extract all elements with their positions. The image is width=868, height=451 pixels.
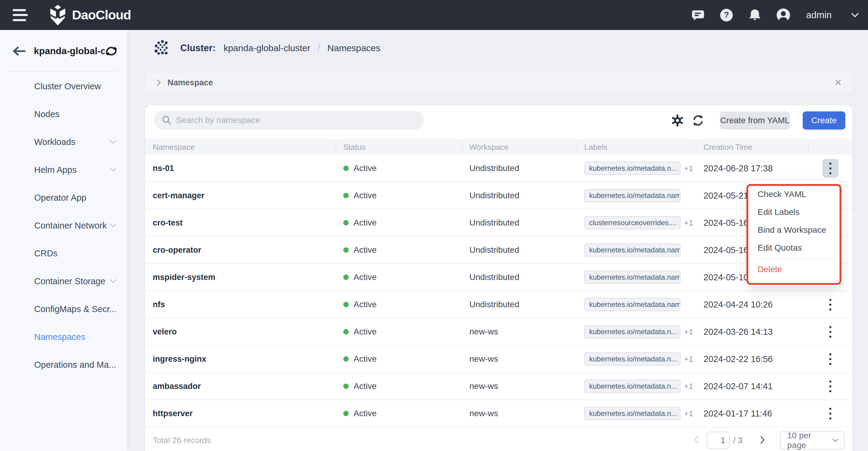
status-cell: Active <box>336 327 462 337</box>
chevron-down-icon <box>116 362 117 367</box>
user-menu-chevron-down-icon[interactable] <box>851 13 859 18</box>
label-chip[interactable]: kubernetes.io/metadata.nam... <box>584 298 681 311</box>
label-more-count: +1 <box>684 409 693 418</box>
workspace-cell: new-ws <box>462 354 577 364</box>
label-chip[interactable]: kubernetes.io/metadata.n... <box>584 379 681 393</box>
row-kebab-menu-icon[interactable] <box>822 295 839 314</box>
label-chip[interactable]: kubernetes.io/metadata.n... <box>584 407 681 420</box>
avatar[interactable] <box>776 8 790 22</box>
creation-time-cell: 2024-03-26 14:13 <box>696 327 808 337</box>
workspace-cell: new-ws <box>462 327 577 337</box>
label-chip[interactable]: clusterresourceoverrides.... <box>584 216 681 229</box>
back-arrow-icon[interactable] <box>12 46 26 56</box>
status-dot-icon <box>343 411 349 416</box>
namespace-name[interactable]: velero <box>145 327 336 337</box>
status-cell: Active <box>336 382 462 391</box>
status-dot-icon <box>343 384 349 389</box>
namespace-name[interactable]: ns-01 <box>145 164 336 173</box>
label-chip[interactable]: kubernetes.io/metadata.n... <box>584 352 681 366</box>
sidebar-item-label: Cluster Overview <box>34 81 117 91</box>
create-from-yaml-button[interactable]: Create from YAML <box>720 111 790 130</box>
sidebar-item-nodes[interactable]: Nodes <box>0 100 127 128</box>
topbar: DaoCloud ? admin <box>0 0 868 30</box>
sidebar-item-helm-apps[interactable]: Helm Apps <box>0 156 127 184</box>
banner-title: Namespace <box>167 78 213 87</box>
breadcrumb-prefix: Cluster: <box>180 43 216 54</box>
label-more-count: +1 <box>684 382 693 391</box>
actions-cell <box>808 349 852 368</box>
workspace-cell: Undistributed <box>462 164 577 173</box>
brand-name: DaoCloud <box>72 7 131 22</box>
switch-cluster-icon[interactable] <box>105 46 118 57</box>
status-text: Active <box>353 273 376 282</box>
column-header-workspace: Workspace <box>462 139 577 155</box>
column-header-namespace: Namespace <box>145 139 336 155</box>
table-row: httpserverActivenew-wskubernetes.io/meta… <box>145 400 852 427</box>
label-chip[interactable]: kubernetes.io/metadata.nam... <box>584 243 681 257</box>
label-chip[interactable]: kubernetes.io/metadata.n... <box>584 325 681 338</box>
page-number-input[interactable] <box>707 432 730 449</box>
label-more-count: +1 <box>684 218 693 228</box>
row-kebab-menu-icon[interactable] <box>822 404 839 423</box>
refresh-icon[interactable] <box>689 112 707 129</box>
sidebar-item-label: Helm Apps <box>34 165 110 175</box>
menu-item-check-yaml[interactable]: Check YAML <box>748 185 840 203</box>
breadcrumb-separator: / <box>317 43 320 53</box>
menu-item-bind-a-workspace[interactable]: Bind a Workspace <box>748 221 840 239</box>
sidebar-item-namespaces[interactable]: Namespaces <box>0 323 127 351</box>
namespace-banner[interactable]: Namespace ✕ <box>145 73 852 93</box>
card-toolbar: Create from YAML Create <box>145 105 852 139</box>
search-input[interactable] <box>176 115 416 125</box>
settings-gear-icon[interactable] <box>669 112 686 129</box>
sidebar-item-operations-and-ma[interactable]: Operations and Ma... <box>0 351 127 379</box>
actions-cell <box>808 159 852 178</box>
actions-cell <box>808 377 852 396</box>
help-icon[interactable]: ? <box>719 8 734 22</box>
banner-close-icon[interactable]: ✕ <box>834 78 842 87</box>
pagination-next-icon[interactable] <box>759 435 766 446</box>
brand-logo: DaoCloud <box>49 5 131 25</box>
namespace-name[interactable]: nfs <box>145 300 336 309</box>
label-chip[interactable]: kubernetes.io/metadata.nam... <box>584 189 681 202</box>
sidebar-item-workloads[interactable]: Workloads <box>0 128 127 156</box>
status-text: Active <box>353 191 376 200</box>
menu-toggle-icon[interactable] <box>13 9 28 21</box>
namespace-name[interactable]: ambassador <box>145 382 336 391</box>
labels-cell: kubernetes.io/metadata.n...+1 <box>577 379 696 393</box>
column-header-actions <box>808 139 852 155</box>
namespace-name[interactable]: mspider-system <box>145 273 336 282</box>
message-icon[interactable] <box>691 8 705 22</box>
menu-item-edit-quotas[interactable]: Edit Quotas <box>748 239 840 257</box>
menu-item-delete[interactable]: Delete <box>748 260 840 278</box>
sidebar-item-cluster-overview[interactable]: Cluster Overview <box>0 72 127 100</box>
row-kebab-menu-icon[interactable] <box>822 159 839 178</box>
namespace-name[interactable]: cert-manager <box>145 191 336 200</box>
row-kebab-menu-icon[interactable] <box>822 377 839 396</box>
sidebar-item-container-storage[interactable]: Container Storage <box>0 267 127 295</box>
per-page-select[interactable]: 10 per page <box>780 431 845 450</box>
breadcrumb-cluster[interactable]: kpanda-global-cluster <box>223 43 310 53</box>
namespace-name[interactable]: ingress-nginx <box>145 355 336 364</box>
label-chip[interactable]: kubernetes.io/metadata.nam... <box>584 271 681 284</box>
labels-cell: kubernetes.io/metadata.nam... <box>577 298 696 311</box>
status-cell: Active <box>336 218 462 228</box>
status-cell: Active <box>336 354 462 364</box>
row-kebab-menu-icon[interactable] <box>822 322 839 341</box>
sidebar-item-crds[interactable]: CRDs <box>0 239 127 267</box>
menu-item-edit-labels[interactable]: Edit Labels <box>748 203 840 221</box>
notification-bell-icon[interactable] <box>748 8 762 22</box>
status-dot-icon <box>343 247 349 253</box>
sidebar-item-container-network[interactable]: Container Network <box>0 212 127 239</box>
create-button[interactable]: Create <box>803 111 845 130</box>
namespace-name[interactable]: httpserver <box>145 409 336 418</box>
sidebar-item-configmaps-secr[interactable]: ConfigMaps & Secr... <box>0 295 127 323</box>
pagination-prev-icon[interactable] <box>693 435 700 446</box>
table-row: cro-operatorActiveUndistributedkubernete… <box>145 237 852 264</box>
namespace-name[interactable]: cro-operator <box>145 246 336 255</box>
sidebar-nav: Cluster OverviewNodesWorkloadsHelm AppsO… <box>0 72 127 379</box>
sidebar-item-operator-app[interactable]: Operator App <box>0 184 127 212</box>
row-kebab-menu-icon[interactable] <box>822 349 839 368</box>
label-chip[interactable]: kubernetes.io/metadata.n... <box>584 162 681 175</box>
namespace-name[interactable]: cro-test <box>145 218 336 228</box>
sidebar-header: kpanda-global-cl... <box>0 30 127 72</box>
